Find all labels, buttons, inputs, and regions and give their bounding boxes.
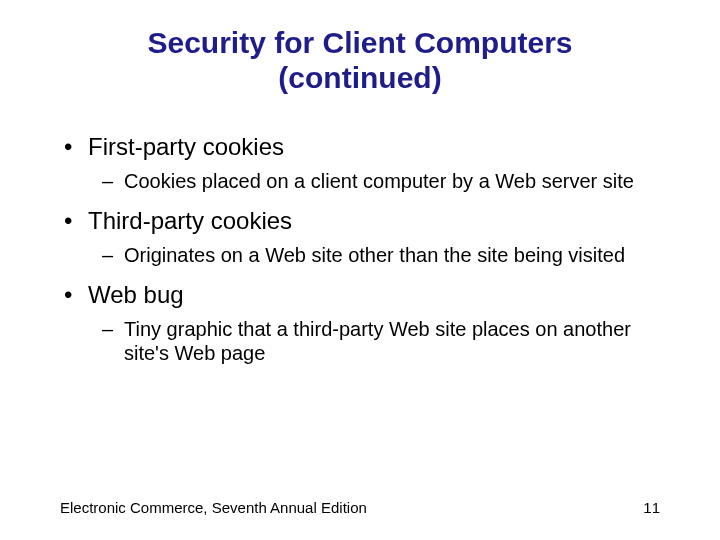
- bullet-icon: •: [60, 207, 88, 235]
- slide-body: • First-party cookies – Cookies placed o…: [0, 105, 720, 365]
- bullet-icon: •: [60, 133, 88, 161]
- list-subitem-text: Tiny graphic that a third-party Web site…: [124, 317, 660, 365]
- title-line-1: Security for Client Computers: [147, 26, 572, 59]
- list-subitem: – Cookies placed on a client computer by…: [102, 169, 660, 193]
- list-subitem: – Originates on a Web site other than th…: [102, 243, 660, 267]
- bullet-icon: •: [60, 281, 88, 309]
- list-subitem: – Tiny graphic that a third-party Web si…: [102, 317, 660, 365]
- list-item: • First-party cookies: [60, 133, 660, 161]
- dash-icon: –: [102, 317, 124, 365]
- dash-icon: –: [102, 243, 124, 267]
- list-item-text: Third-party cookies: [88, 207, 292, 235]
- list-item: • Web bug: [60, 281, 660, 309]
- list-item-text: Web bug: [88, 281, 184, 309]
- list-item: • Third-party cookies: [60, 207, 660, 235]
- list-subitem-text: Cookies placed on a client computer by a…: [124, 169, 634, 193]
- list-item-text: First-party cookies: [88, 133, 284, 161]
- page-number: 11: [643, 499, 660, 516]
- dash-icon: –: [102, 169, 124, 193]
- footer-text: Electronic Commerce, Seventh Annual Edit…: [60, 499, 367, 516]
- list-subitem-text: Originates on a Web site other than the …: [124, 243, 625, 267]
- title-line-2: (continued): [278, 61, 441, 94]
- slide-title: Security for Client Computers (continued…: [0, 0, 720, 105]
